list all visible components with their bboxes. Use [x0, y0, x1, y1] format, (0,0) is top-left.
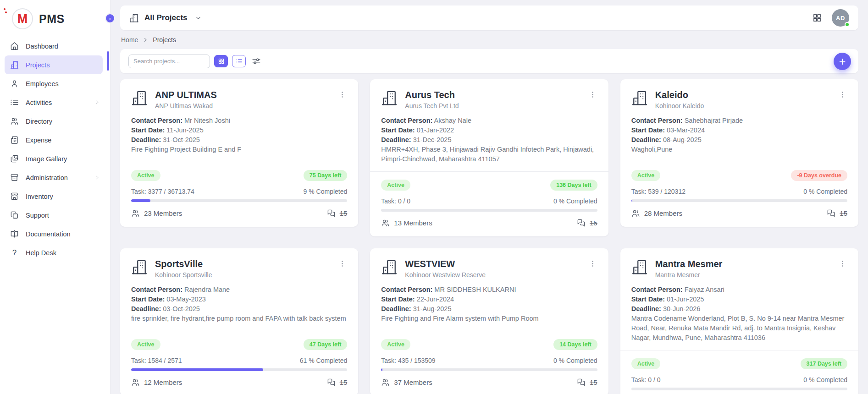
- deadline-line: Deadline: 03-Oct-2025: [131, 304, 347, 314]
- days-badge: 136 Days left: [550, 180, 597, 191]
- project-card[interactable]: Kaleido Kohinoor Kaleido Contact Person:…: [620, 79, 858, 227]
- building-icon: [131, 90, 148, 108]
- sidebar-item-employees[interactable]: Employees: [5, 74, 105, 93]
- kebab-menu-icon: [589, 91, 597, 98]
- sidebar-item-label: Expense: [26, 137, 51, 144]
- messages-stat: 15: [827, 209, 847, 218]
- deadline-value: 31-Aug-2025: [413, 305, 452, 312]
- sidebar-item-label: Employees: [26, 80, 59, 88]
- status-badge: Active: [131, 170, 160, 181]
- sidebar-item-expense[interactable]: Expense: [5, 131, 105, 149]
- start-date-label: Start Date:: [131, 126, 165, 134]
- status-badge: Active: [631, 170, 661, 181]
- members-icon: [131, 209, 140, 218]
- copy-icon: [10, 211, 19, 219]
- sidebar-item-dashboard[interactable]: Dashboard: [5, 37, 105, 55]
- project-card[interactable]: Aurus Tech Aurus Tech Pvt Ltd Contact Pe…: [370, 79, 608, 236]
- kebab-menu-icon: [589, 260, 597, 268]
- task-count: Task: 435 / 153509: [381, 357, 435, 364]
- sidebar-item-projects[interactable]: Projects: [5, 55, 103, 74]
- project-description: Mantra Codename Wonderland, Plot B, S. N…: [631, 314, 847, 343]
- filter-sliders-icon[interactable]: [251, 56, 261, 66]
- card-footer: Active 47 Days left Task: 1584 / 2571 61…: [120, 331, 358, 394]
- card-details: Kaleido Kohinoor Kaleido Contact Person:…: [620, 79, 858, 162]
- card-footer: Active 136 Days left Task: 0 / 0 0 % Com…: [370, 172, 608, 236]
- sidebar-item-image-gallary[interactable]: Image Gallary: [5, 149, 105, 168]
- grid-view-button[interactable]: [214, 55, 228, 67]
- apps-grid-icon[interactable]: [813, 13, 822, 22]
- card-menu-button[interactable]: [838, 259, 847, 270]
- deadline-line: Deadline: 08-Aug-2025: [631, 135, 847, 145]
- project-scope-dropdown[interactable]: All Projects: [129, 13, 202, 23]
- members-icon: [631, 209, 640, 218]
- logo-dot: [5, 11, 7, 13]
- page-title: All Projects: [144, 13, 188, 22]
- days-badge: 75 Days left: [304, 170, 347, 181]
- contact-label: Contact Person:: [131, 117, 182, 124]
- start-date-line: Start Date: 11-Jun-2025: [131, 126, 347, 135]
- app-name: PMS: [39, 12, 65, 26]
- topbar-actions: AD: [813, 9, 849, 27]
- card-footer: Active 14 Days left Task: 435 / 153509 0…: [370, 331, 608, 394]
- messages-count: 15: [340, 378, 348, 386]
- sidebar-item-label: Activities: [26, 99, 52, 106]
- project-card[interactable]: ANP ULTIMAS ANP Ultimas Wakad Contact Pe…: [120, 79, 358, 227]
- building-icon: [631, 259, 648, 277]
- sidebar-item-inventory[interactable]: Inventory: [5, 187, 105, 206]
- building-icon: [10, 60, 19, 69]
- project-card[interactable]: WESTVIEW Kohinoor Westview Reserve Conta…: [370, 248, 608, 394]
- chevron-right-icon: [143, 37, 148, 43]
- sidebar-item-directory[interactable]: Directory: [5, 112, 105, 131]
- project-title: ANP ULTIMAS: [155, 90, 217, 100]
- start-date-label: Start Date:: [381, 296, 415, 303]
- list-view-button[interactable]: [232, 55, 246, 67]
- sidebar-item-administration[interactable]: Administration: [5, 168, 105, 187]
- users-icon: [10, 117, 19, 126]
- members-stat: 23 Members: [131, 209, 182, 218]
- main-content: All Projects AD Home Projects: [111, 0, 868, 394]
- card-menu-button[interactable]: [337, 90, 347, 101]
- building-icon: [381, 259, 398, 277]
- user-icon: [10, 79, 19, 88]
- completed-percent: 9 % Completed: [304, 188, 348, 195]
- card-menu-button[interactable]: [588, 90, 597, 101]
- project-card[interactable]: SportsVille Kohinoor Sportsville Contact…: [120, 248, 358, 394]
- contact-label: Contact Person:: [381, 286, 432, 293]
- messages-icon: [827, 209, 835, 218]
- card-menu-button[interactable]: [337, 259, 347, 270]
- members-icon: [381, 219, 390, 227]
- sidebar-item-activities[interactable]: Activities: [5, 93, 105, 112]
- projects-toolbar: +: [120, 49, 858, 73]
- card-menu-button[interactable]: [588, 259, 597, 270]
- search-input[interactable]: [128, 55, 210, 68]
- sidebar-item-label: Documentation: [26, 230, 71, 238]
- sidebar-item-support[interactable]: Support: [5, 206, 105, 224]
- members-stat: 28 Members: [631, 209, 682, 218]
- start-date-line: Start Date: 03-Mar-2024: [631, 126, 847, 135]
- breadcrumb-home[interactable]: Home: [121, 36, 138, 44]
- sidebar-nav: Dashboard Projects Employees Activities …: [0, 37, 110, 262]
- start-date-value: 03-Mar-2024: [667, 126, 705, 134]
- add-project-button[interactable]: +: [834, 53, 851, 70]
- card-menu-button[interactable]: [838, 90, 847, 101]
- sidebar-item-documentation[interactable]: Documentation: [5, 224, 105, 243]
- start-date-label: Start Date:: [631, 296, 665, 303]
- kebab-menu-icon: [839, 260, 846, 268]
- members-stat: 37 Members: [381, 378, 432, 387]
- project-card[interactable]: Mantra Mesmer Mantra Mesmer Contact Pers…: [620, 248, 858, 394]
- chevron-right-icon: [94, 175, 100, 181]
- project-description: HMRR+4XH, Phase 3, Hinjawadi Rajiv Gandh…: [381, 145, 597, 164]
- project-description: Fire Fighting and Fire Alarm system with…: [381, 314, 597, 323]
- sidebar-item-help-desk[interactable]: ? Help Desk: [5, 243, 105, 262]
- messages-count: 15: [590, 378, 597, 386]
- contact-person-line: Contact Person: Akshay Nale: [381, 116, 597, 126]
- store-icon: [10, 192, 19, 201]
- members-stat: 12 Members: [131, 378, 182, 387]
- top-header: All Projects AD: [120, 5, 858, 30]
- breadcrumb: Home Projects: [121, 36, 857, 44]
- deadline-label: Deadline:: [631, 305, 661, 312]
- avatar[interactable]: AD: [832, 9, 849, 27]
- sidebar-collapse-button[interactable]: ‹: [105, 13, 115, 23]
- deadline-label: Deadline:: [131, 305, 161, 312]
- breadcrumb-current: Projects: [153, 36, 176, 44]
